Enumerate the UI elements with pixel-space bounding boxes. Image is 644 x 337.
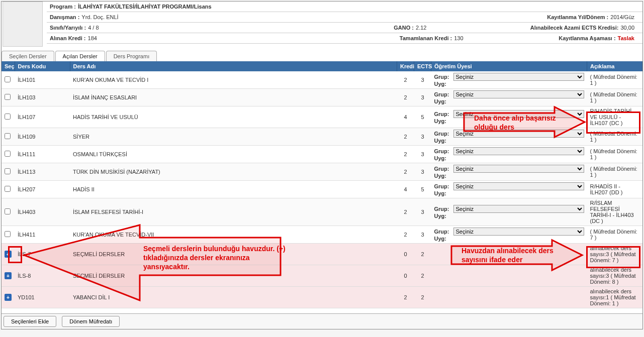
kayit-yd-value: 2014/Güz [610, 14, 634, 20]
col-sec: Seç [2, 61, 15, 71]
course-name: İSLAM FELSEFESİ TARİHİ-I [70, 198, 397, 226]
tab-program[interactable]: Ders Programı [106, 51, 157, 61]
grup-select[interactable]: Seçiniz [453, 228, 584, 236]
alinan-label: Alınan Kredi : [50, 35, 86, 41]
col-kod: Ders Kodu [15, 61, 70, 71]
course-aciklama: ( Müfredat Dönemi: 7 ) [587, 226, 642, 244]
col-ad: Ders Adı [70, 61, 397, 71]
tab-secilen[interactable]: Seçilen Dersler [2, 51, 54, 61]
grup-select[interactable]: Seçiniz [453, 73, 584, 81]
grup-label: Grup: [434, 206, 453, 212]
course-ogretim [431, 287, 587, 308]
grup-label: Grup: [434, 166, 453, 172]
student-header: Program :İLAHİYAT FAKÜLTESİ/İLAHİYAT PRO… [2, 2, 642, 47]
kayit-yd-label: Kayıtlanma Yıl/Dönem : [547, 14, 608, 20]
course-aciklama: ( Müfredat Dönemi: 1 ) [587, 128, 642, 146]
grup-select[interactable]: Seçiniz [453, 147, 584, 155]
expand-icon[interactable]: + [5, 272, 12, 279]
course-kredi: 2 [397, 71, 414, 89]
student-photo [3, 2, 43, 47]
course-code: İLH111 [15, 146, 70, 163]
azami-label: Alınabilecek Azami ECTS Kredisi: [530, 25, 619, 31]
sinif-value: 4 / 8 [88, 25, 99, 31]
grup-label: Grup: [434, 91, 453, 97]
course-aciklama: R/HADİS II - İLH207 (DD ) [587, 181, 642, 198]
alinan-value: 184 [88, 35, 97, 41]
annotation-text-1: Daha önce alıp başarısız olduğu ders [474, 114, 575, 132]
course-ects: 3 [414, 89, 431, 106]
danisman-value: Yrd. Doç. ENLİ [81, 14, 118, 20]
grup-label: Grup: [434, 74, 453, 80]
grup-label: Grup: [434, 183, 453, 189]
select-checkbox[interactable] [5, 208, 11, 214]
table-row: İLH403İSLAM FELSEFESİ TARİHİ-I23Grup:Seç… [2, 198, 642, 226]
table-row: İLH103İSLAM İNANÇ ESASLARI23Grup:Seçiniz… [2, 89, 642, 106]
course-kredi: 2 [397, 89, 414, 106]
course-code: İLH403 [15, 198, 70, 226]
uyg-label: Uyg: [434, 98, 453, 104]
course-ects: 3 [414, 146, 431, 163]
sinif-label: Sınıfı/Yarıyılı : [50, 25, 86, 31]
course-ects: 5 [414, 106, 431, 128]
table-row: İLH207HADİS II45Grup:SeçinizUyg:R/HADİS … [2, 181, 642, 198]
course-ogretim: Grup:SeçinizUyg: [431, 89, 587, 106]
grup-select[interactable]: Seçiniz [453, 165, 584, 173]
course-name: SİYER [70, 128, 397, 146]
course-ogretim: Grup:SeçinizUyg: [431, 71, 587, 89]
course-code: İLH109 [15, 128, 70, 146]
grup-select[interactable]: Seçiniz [453, 205, 584, 213]
azami-value: 30,00 [620, 25, 634, 31]
ekle-button[interactable]: Seçilenleri Ekle [4, 316, 56, 327]
col-og: Öğretim Üyesi [431, 61, 587, 71]
course-aciklama: alınabilecek ders sayısı:3 ( Müfredat Dö… [587, 265, 642, 287]
course-aciklama: alınabilecek ders sayısı:1 ( Müfredat Dö… [587, 287, 642, 308]
course-kredi: 2 [397, 163, 414, 181]
annotation-text-3: Havuzdan alınabilecek ders sayısını ifad… [462, 246, 572, 264]
grup-select[interactable]: Seçiniz [453, 90, 584, 98]
course-name: İSLAM İNANÇ ESASLARI [70, 89, 397, 106]
asama-value: Taslak [618, 35, 634, 41]
select-checkbox[interactable] [5, 186, 11, 192]
course-kredi: 0 [397, 265, 414, 287]
grup-select[interactable]: Seçiniz [453, 182, 584, 190]
select-checkbox[interactable] [5, 168, 11, 174]
col-ac: Açıklama [587, 61, 642, 71]
course-name: HADİS II [70, 181, 397, 198]
select-checkbox[interactable] [5, 114, 11, 120]
col-kredi: Kredi [397, 61, 414, 71]
table-row: İLH111OSMANLI TÜRKÇESİ23Grup:SeçinizUyg:… [2, 146, 642, 163]
uyg-label: Uyg: [434, 138, 453, 144]
course-ogretim: Grup:SeçinizUyg: [431, 198, 587, 226]
course-aciklama: R/İSLAM FELSEFESİ TARİHİ-I - İLH403 (DC … [587, 198, 642, 226]
app-frame: Program :İLAHİYAT FAKÜLTESİ/İLAHİYAT PRO… [1, 1, 643, 329]
course-ects: 3 [414, 226, 431, 244]
select-checkbox[interactable] [5, 231, 11, 237]
course-name: KUR'AN OKUMA VE TECVİD I [70, 71, 397, 89]
course-kredi: 4 [397, 106, 414, 128]
course-ogretim: Grup:SeçinizUyg: [431, 146, 587, 163]
expand-icon[interactable]: + [5, 251, 12, 258]
select-checkbox[interactable] [5, 133, 11, 139]
course-code: İLH101 [15, 71, 70, 89]
select-checkbox[interactable] [5, 94, 11, 100]
uyg-label: Uyg: [434, 190, 453, 196]
uyg-label: Uyg: [434, 173, 453, 179]
course-ects: 3 [414, 163, 431, 181]
select-checkbox[interactable] [5, 151, 11, 157]
asama-label: Kayıtlanma Aşaması : [559, 35, 615, 41]
course-code: İLH107 [15, 106, 70, 128]
course-ects: 3 [414, 198, 431, 226]
course-ects: 2 [414, 287, 431, 308]
course-ects: 3 [414, 71, 431, 89]
tab-acilan[interactable]: Açılan Dersler [55, 51, 105, 61]
tamamlanan-label: Tamamlanan Kredi : [400, 35, 452, 41]
grup-label: Grup: [434, 111, 453, 117]
course-aciklama: ( Müfredat Dönemi: 1 ) [587, 163, 642, 181]
expand-icon[interactable]: + [5, 294, 12, 301]
mufredat-button[interactable]: Dönem Müfredatı [62, 316, 120, 327]
course-name: OSMANLI TÜRKÇESİ [70, 146, 397, 163]
select-checkbox[interactable] [5, 76, 11, 82]
gano-value: 2.12 [416, 25, 426, 31]
course-ogretim: Grup:SeçinizUyg: [431, 163, 587, 181]
course-ects: 2 [414, 265, 431, 287]
